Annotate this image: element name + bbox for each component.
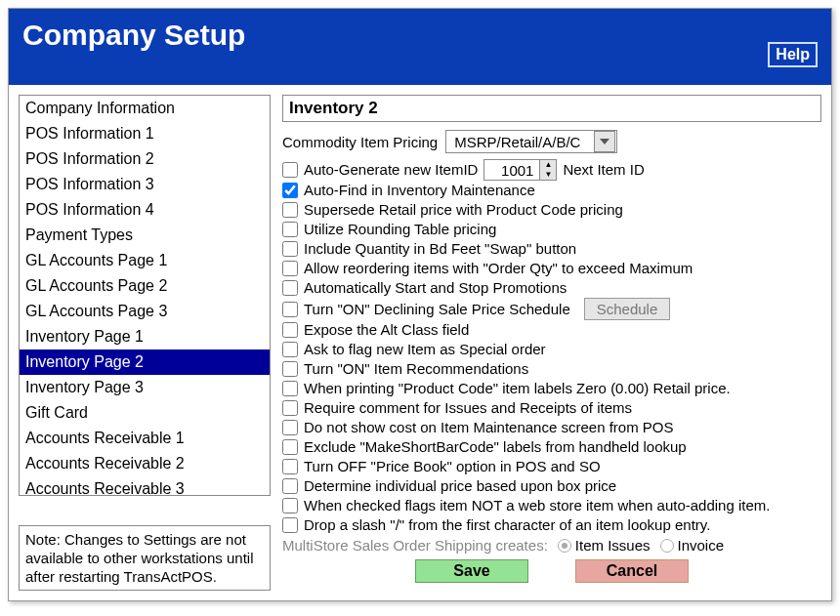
next-item-id-value: 1001 — [484, 160, 539, 180]
option-checkbox[interactable] — [282, 322, 298, 338]
option-row: Drop a slash "/" from the first characte… — [282, 515, 821, 535]
option-label: Auto-Find in Inventory Maintenance — [304, 181, 535, 200]
option-checkbox[interactable] — [282, 478, 298, 494]
option-checkbox[interactable] — [282, 222, 298, 237]
option-row: Turn "ON" Declining Sale Price ScheduleS… — [282, 298, 821, 320]
option-checkbox[interactable] — [282, 459, 298, 474]
sidebar-item[interactable]: Payment Types — [20, 223, 270, 248]
sidebar-item[interactable]: GL Accounts Page 2 — [20, 273, 270, 299]
sidebar-item[interactable]: Accounts Receivable 3 — [20, 476, 270, 496]
radio-item-issues[interactable] — [558, 539, 571, 553]
commodity-value: MSRP/Retail/A/B/C — [446, 134, 593, 150]
option-label: Include Quantity in Bd Feet "Swap" butto… — [304, 239, 576, 259]
option-checkbox[interactable] — [282, 261, 298, 276]
sidebar-item[interactable]: Accounts Receivable 1 — [20, 426, 270, 451]
option-row: Turn OFF "Price Book" option in POS and … — [282, 457, 821, 476]
option-checkbox[interactable] — [282, 400, 298, 416]
save-button[interactable]: Save — [415, 559, 528, 583]
chevron-down-icon[interactable] — [594, 131, 615, 152]
radio-invoice-label: Invoice — [678, 537, 725, 554]
sidebar-item[interactable]: POS Information 4 — [20, 197, 270, 223]
sidebar-item[interactable]: Accounts Receivable 2 — [20, 451, 270, 476]
option-checkbox[interactable] — [282, 280, 298, 296]
option-checkbox[interactable] — [282, 439, 298, 455]
commodity-dropdown[interactable]: MSRP/Retail/A/B/C — [445, 130, 617, 153]
option-checkbox[interactable] — [282, 517, 298, 533]
option-row: Include Quantity in Bd Feet "Swap" butto… — [282, 239, 821, 259]
option-label: Supersede Retail price with Product Code… — [304, 200, 623, 220]
option-label: When checked flags item NOT a web store … — [304, 496, 770, 515]
option-checkbox[interactable] — [282, 183, 298, 198]
option-label: Require comment for Issues and Receipts … — [304, 398, 632, 418]
cancel-button[interactable]: Cancel — [575, 559, 689, 583]
option-row: Exclude "MakeShortBarCode" labels from h… — [282, 437, 821, 457]
option-row: Expose the Alt Class field — [282, 320, 821, 340]
settings-listbox[interactable]: Company InformationPOS Information 1POS … — [19, 95, 271, 496]
option-checkbox[interactable] — [282, 498, 298, 513]
sidebar-item[interactable]: Gift Card — [20, 400, 270, 426]
sidebar-item[interactable]: Inventory Page 3 — [20, 375, 270, 400]
option-checkbox[interactable] — [282, 420, 298, 435]
radio-invoice[interactable] — [660, 539, 674, 553]
sidebar-item[interactable]: GL Accounts Page 1 — [20, 248, 270, 273]
option-checkbox[interactable] — [282, 202, 298, 218]
schedule-button[interactable]: Schedule — [584, 298, 671, 320]
right-column: Inventory 2 Commodity Item Pricing MSRP/… — [282, 95, 821, 591]
sidebar-item[interactable]: Inventory Page 2 — [20, 349, 270, 375]
option-label: Allow reordering items with "Order Qty" … — [304, 259, 693, 278]
help-button[interactable]: Help — [768, 42, 818, 67]
commodity-label: Commodity Item Pricing — [282, 134, 438, 150]
radio-item-issues-label: Item Issues — [575, 537, 651, 554]
spinner-up-icon[interactable]: ▲ — [540, 160, 556, 170]
commodity-row: Commodity Item Pricing MSRP/Retail/A/B/C — [282, 130, 821, 153]
restart-note: Note: Changes to Settings are not availa… — [19, 525, 271, 591]
option-checkbox[interactable] — [282, 381, 298, 396]
titlebar: Company Setup Help — [9, 9, 831, 85]
option-checkbox[interactable] — [282, 241, 298, 257]
options-checklist: Auto-Generate new ItemID1001▲▼Next Item … — [282, 159, 821, 535]
sidebar-item[interactable]: POS Information 1 — [20, 121, 270, 146]
body: Company InformationPOS Information 1POS … — [9, 85, 831, 600]
page-title: Company Setup — [22, 19, 245, 52]
option-label: Turn OFF "Price Book" option in POS and … — [304, 457, 601, 476]
next-item-id-label: Next Item ID — [563, 160, 644, 180]
option-row: When printing "Product Code" item labels… — [282, 379, 821, 398]
option-row: Do not show cost on Item Maintenance scr… — [282, 418, 821, 437]
company-setup-window: Company Setup Help Company InformationPO… — [8, 8, 832, 601]
option-label: Utilize Rounding Table pricing — [304, 220, 496, 239]
option-label: Automatically Start and Stop Promotions — [304, 278, 567, 298]
section-header: Inventory 2 — [282, 95, 821, 122]
option-row: Utilize Rounding Table pricing — [282, 220, 821, 239]
option-row: Ask to flag new Item as Special order — [282, 340, 821, 359]
sidebar-item[interactable]: GL Accounts Page 3 — [20, 299, 270, 324]
left-column: Company InformationPOS Information 1POS … — [19, 95, 271, 591]
option-row: Supersede Retail price with Product Code… — [282, 200, 821, 220]
option-checkbox[interactable] — [282, 342, 298, 357]
option-row: Turn "ON" Item Recommendations — [282, 359, 821, 379]
sidebar-item[interactable]: POS Information 3 — [20, 172, 270, 197]
option-checkbox[interactable] — [282, 162, 298, 178]
option-label: Turn "ON" Item Recommendations — [304, 359, 528, 379]
option-checkbox[interactable] — [282, 361, 298, 377]
option-row: Require comment for Issues and Receipts … — [282, 398, 821, 418]
next-item-id-spinner[interactable]: 1001▲▼ — [483, 159, 557, 181]
option-row: Auto-Generate new ItemID1001▲▼Next Item … — [282, 159, 821, 181]
sidebar-item[interactable]: Company Information — [20, 96, 270, 121]
option-row: Allow reordering items with "Order Qty" … — [282, 259, 821, 278]
button-row: Save Cancel — [282, 559, 821, 583]
option-label: Expose the Alt Class field — [304, 320, 469, 340]
option-row: When checked flags item NOT a web store … — [282, 496, 821, 515]
option-checkbox[interactable] — [282, 302, 298, 317]
multistore-label: MultiStore Sales Order Shipping creates: — [282, 537, 548, 554]
sidebar-item[interactable]: Inventory Page 1 — [20, 324, 270, 349]
option-label: When printing "Product Code" item labels… — [304, 379, 731, 398]
option-row: Determine individual price based upon bo… — [282, 476, 821, 496]
spinner-down-icon[interactable]: ▼ — [540, 170, 556, 180]
option-label: Auto-Generate new ItemID — [304, 160, 478, 180]
option-label: Determine individual price based upon bo… — [304, 476, 616, 496]
option-label: Turn "ON" Declining Sale Price Schedule — [304, 300, 570, 319]
option-label: Do not show cost on Item Maintenance scr… — [304, 418, 674, 437]
multistore-row: MultiStore Sales Order Shipping creates:… — [282, 537, 821, 554]
sidebar-item[interactable]: POS Information 2 — [20, 146, 270, 172]
option-row: Auto-Find in Inventory Maintenance — [282, 181, 821, 200]
